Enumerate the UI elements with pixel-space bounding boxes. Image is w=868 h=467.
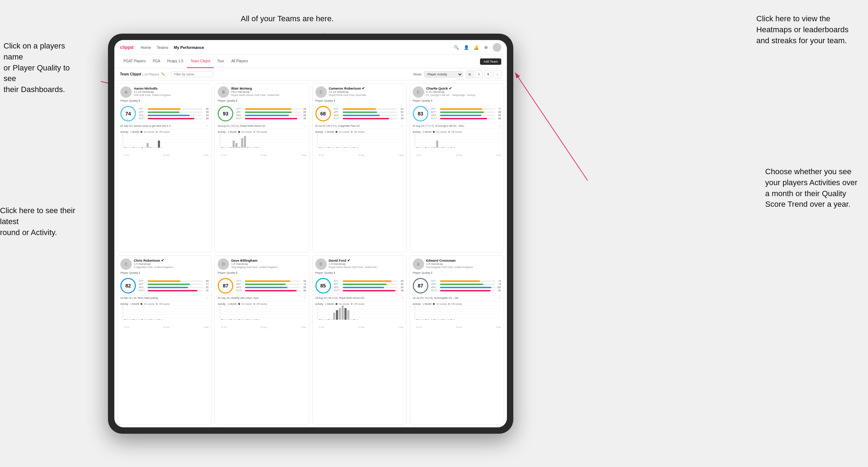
quality-section[interactable]: 85 OTT 89 APP 80 ARG 83 PUTT 96 (315, 278, 404, 294)
grid-num-4: 4 (315, 137, 318, 139)
quality-section[interactable]: 74 OTT 60 APP 58 ARG 84 PUTT 85 (120, 106, 209, 121)
player-card[interactable]: C Charlie Quick ✔ 6-10 Handicap St. Geor… (410, 83, 504, 252)
latest-round[interactable]: 18 Jul 23 | 74 (+4), Sunningdale GC - Ol… (413, 295, 501, 300)
quality-section[interactable]: 87 OTT 73 APP 79 ARG 103 PUTT 92 (413, 278, 501, 294)
latest-round[interactable]: 02 Jul 23 | 59 (+17), Craigmillar Park G… (315, 123, 404, 127)
bar-11 (155, 147, 157, 148)
round-arrow[interactable]: → (303, 124, 306, 127)
bar-label-app: APP (139, 111, 147, 113)
round-arrow[interactable]: → (498, 124, 501, 127)
filter-icon[interactable]: ▼ (484, 70, 492, 78)
bar-1 (322, 319, 324, 320)
player-name[interactable]: David Ford ✔ (329, 258, 404, 262)
bar-fill-ott (343, 280, 392, 282)
quality-score[interactable]: 83 (413, 106, 428, 121)
quality-score[interactable]: 87 (218, 278, 233, 294)
chart-x-labels: 31 Jul 21 Aug 4 Sep (218, 154, 306, 156)
show-select[interactable]: Player Activity Quality Score Trend (424, 71, 463, 78)
quality-score[interactable]: 85 (315, 278, 331, 294)
nav-performance[interactable]: My Performance (174, 45, 204, 50)
quality-score[interactable]: 82 (120, 278, 136, 294)
tab-team-clippd[interactable]: Team Clippd (187, 55, 214, 68)
round-arrow[interactable]: → (206, 296, 209, 300)
tab-hcaps[interactable]: Hcaps 1-5 (164, 55, 187, 68)
grid-num-5: 5 (315, 306, 318, 308)
notification-icon[interactable]: 🔔 (473, 44, 479, 51)
player-card[interactable]: C Chris Robertson ✔ 1-5 Handicap Craigmi… (117, 255, 212, 425)
bar-6 (238, 319, 240, 320)
on-course-label: On course (241, 131, 252, 133)
x-label-aug: 21 Aug (163, 326, 169, 328)
player-name[interactable]: Cameron Robertson ✔ (329, 86, 404, 90)
tab-all-players[interactable]: All Players (228, 55, 251, 68)
tab-pga[interactable]: PGA (149, 55, 164, 68)
round-arrow[interactable]: → (206, 124, 209, 127)
nav-home[interactable]: Home (141, 45, 151, 50)
quality-section[interactable]: 93 OTT 84 APP 85 ARG 88 PUTT 95 (218, 106, 306, 121)
quality-score[interactable]: 93 (218, 106, 233, 121)
quality-section[interactable]: 68 OTT 61 APP 63 ARG 75 PUTT 85 (315, 106, 404, 121)
latest-round[interactable]: 04 Sep 23 | Mobility with coach, Gym → (218, 295, 306, 300)
search-icon[interactable]: 🔍 (453, 44, 459, 51)
stat-bar-putt: PUTT 95 (236, 117, 306, 120)
latest-round[interactable]: 03 Mar 23 | 19, Must make putting → (120, 295, 209, 300)
player-name[interactable]: Edward Crossman (426, 258, 501, 262)
stat-bar-arg: ARG 85 (236, 286, 306, 289)
player-name[interactable]: Charlie Quick ✔ (426, 86, 501, 90)
latest-round[interactable]: 02 Sep 23 | Sunset round to get back int… (120, 123, 209, 127)
player-card[interactable]: D David Ford ✔ 1-5 Handicap Royal North … (312, 255, 407, 425)
round-arrow[interactable]: → (401, 124, 404, 127)
profile-icon[interactable]: 👤 (463, 44, 469, 51)
grid-num-1: 1 (413, 318, 416, 320)
tab-tour[interactable]: Tour (214, 55, 228, 68)
bar-8 (439, 147, 441, 148)
grid-num-5: 5 (413, 134, 416, 136)
quality-score[interactable]: 87 (413, 278, 428, 294)
quality-section[interactable]: 87 OTT 82 APP 74 ARG 85 PUTT 94 (218, 278, 306, 294)
x-label-sep: 4 Sep (301, 326, 306, 328)
stat-bar-putt: PUTT 96 (334, 289, 404, 292)
add-team-button[interactable]: Add Team (480, 58, 501, 65)
bar-2 (130, 147, 132, 148)
bar-value-ott: 61 (399, 108, 404, 110)
settings-icon[interactable]: ⊕ (483, 44, 489, 51)
grid-num-2: 2 (315, 315, 318, 317)
bar-fill-ott (245, 280, 290, 282)
bar-label-ott: OTT (139, 108, 147, 110)
latest-round[interactable]: 26 Aug 23 | 84 (+12), Royal North Devon … (315, 295, 404, 300)
stat-bar-ott: OTT 73 (431, 280, 501, 282)
latest-round[interactable]: 26 Aug 23 | 73 (+1), Royal North Devon G… (218, 123, 306, 127)
bar-label-arg: ARG (334, 114, 342, 116)
nav-teams[interactable]: Teams (157, 45, 168, 50)
player-card[interactable]: A Aaron Nicholls 11-15 Handicap Drift Go… (117, 83, 212, 252)
round-arrow[interactable]: → (498, 296, 501, 300)
quality-section[interactable]: 83 OTT 77 APP 80 ARG 83 PUTT 86 (413, 106, 501, 121)
edit-icon[interactable]: ✏️ (161, 73, 165, 76)
table-view-icon[interactable]: ≡ (475, 70, 483, 78)
bar-label-ott: OTT (334, 108, 342, 110)
player-name[interactable]: Chris Robertson ✔ (134, 258, 209, 262)
tab-pgat-players[interactable]: PGAT Players (120, 55, 149, 68)
player-name[interactable]: Dave Billingham (231, 258, 306, 262)
activity-header: Activity · 1 Month On course Off course (218, 131, 306, 133)
round-arrow[interactable]: → (303, 296, 306, 300)
bar-3 (327, 147, 330, 148)
round-arrow[interactable]: → (401, 296, 404, 300)
player-card[interactable]: E Edward Crossman 1-5 Handicap Sunningda… (410, 255, 504, 425)
player-card[interactable]: B Blair McHarg Plus Handicap Royal North… (215, 83, 309, 252)
on-course-label: On course (241, 303, 252, 305)
quality-section[interactable]: 82 OTT 60 APP 77 ARG 81 PUTT 91 (120, 278, 209, 294)
player-header: E Edward Crossman 1-5 Handicap Sunningda… (413, 258, 501, 270)
player-card[interactable]: C Cameron Robertson ✔ 11-15 Handicap Roy… (312, 83, 407, 252)
avatar[interactable] (493, 43, 501, 52)
latest-round[interactable]: 07 Aug 23 | 77 (+7), St George's Hill GC… (413, 123, 501, 127)
player-name[interactable]: Blair McHarg (231, 86, 306, 90)
player-card[interactable]: D Dave Billingham 1-5 Handicap Sög Mägin… (215, 255, 309, 425)
quality-score[interactable]: 74 (120, 106, 136, 121)
quality-score[interactable]: 68 (315, 106, 331, 121)
grid-view-icon[interactable]: ⊞ (466, 70, 474, 78)
sort-icon[interactable]: ↕ (493, 70, 501, 78)
chart-x-labels: 31 Jul 21 Aug 4 Sep (413, 326, 501, 328)
filter-input[interactable] (171, 72, 213, 77)
player-name[interactable]: Aaron Nicholls (134, 86, 209, 90)
